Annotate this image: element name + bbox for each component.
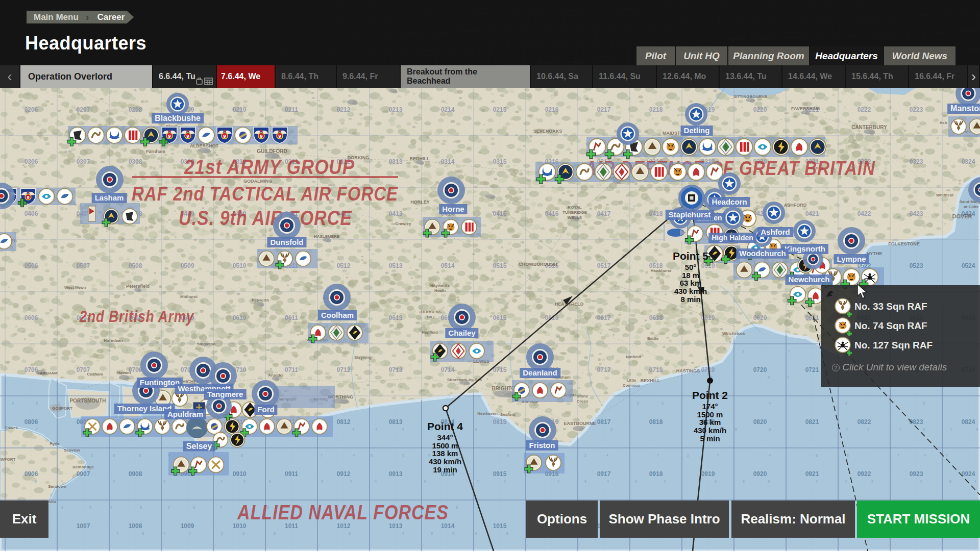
svg-text:9: 9 xyxy=(168,133,170,139)
svg-text:9: 9 xyxy=(223,133,226,139)
svg-text:9: 9 xyxy=(186,133,189,139)
svg-text:9: 9 xyxy=(260,133,262,139)
svg-text:9: 9 xyxy=(278,133,281,139)
svg-text:9: 9 xyxy=(27,195,29,200)
